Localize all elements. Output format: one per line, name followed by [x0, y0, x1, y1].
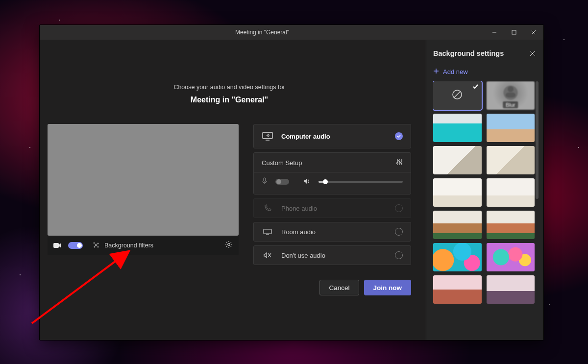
svg-point-17: [399, 160, 400, 162]
radio-icon: [395, 204, 403, 212]
svg-point-16: [397, 163, 398, 164]
svg-point-9: [98, 246, 98, 247]
window-title: Meeting in "General": [40, 29, 485, 36]
room-audio-label: Room audio: [281, 228, 395, 236]
close-button[interactable]: [524, 25, 543, 40]
svg-rect-31: [506, 93, 515, 97]
phone-icon: [262, 204, 273, 212]
prejoin-window: Meeting in "General" Choose your audio a…: [39, 24, 544, 340]
sidebar-close-button[interactable]: [527, 48, 539, 59]
bg-tile[interactable]: [433, 275, 482, 304]
titlebar[interactable]: Meeting in "General": [40, 25, 543, 40]
bg-tile-blur[interactable]: Blur: [487, 81, 535, 110]
custom-setup-label: Custom Setup: [262, 159, 302, 167]
main-panel: Choose your audio and video settings for…: [40, 40, 426, 340]
join-now-button[interactable]: Join now: [364, 280, 412, 295]
minimize-button[interactable]: [485, 25, 504, 40]
volume-slider[interactable]: [318, 181, 403, 183]
check-icon: [472, 83, 479, 92]
heading-subtitle: Choose your audio and video settings for: [48, 84, 411, 91]
cancel-button[interactable]: Cancel: [319, 280, 359, 295]
speaker-icon: [304, 177, 311, 186]
camera-preview: [48, 124, 239, 236]
add-new-label: Add new: [443, 68, 468, 75]
add-new-button[interactable]: Add new: [433, 68, 539, 75]
heading-meeting-name: Meeting in "General": [48, 96, 411, 104]
dont-use-audio-option[interactable]: Don't use audio: [253, 245, 411, 265]
svg-line-29: [454, 92, 460, 97]
sparkle-icon: [93, 242, 99, 250]
bg-tile[interactable]: [433, 146, 482, 174]
bg-tile[interactable]: [433, 211, 482, 239]
svg-rect-20: [264, 229, 271, 234]
svg-rect-19: [264, 178, 266, 181]
bg-tile[interactable]: [487, 243, 535, 271]
svg-point-5: [95, 244, 97, 246]
none-icon: [452, 89, 463, 102]
bg-tile[interactable]: [487, 146, 535, 174]
bg-tile[interactable]: [487, 211, 535, 239]
radio-icon: [395, 228, 403, 236]
room-audio-option[interactable]: Room audio: [253, 222, 411, 242]
sliders-icon[interactable]: [396, 159, 403, 167]
plus-icon: [433, 68, 439, 75]
svg-rect-4: [53, 243, 59, 248]
phone-audio-label: Phone audio: [281, 205, 395, 212]
svg-point-7: [98, 243, 98, 244]
sidebar-title: Background settings: [433, 49, 527, 57]
camera-toggle[interactable]: [68, 242, 83, 249]
svg-point-6: [94, 243, 95, 243]
camera-icon: [53, 243, 61, 248]
microphone-icon: [262, 177, 268, 186]
bg-tile[interactable]: [487, 275, 535, 304]
radio-icon: [395, 251, 403, 259]
bg-tile[interactable]: [433, 114, 482, 142]
room-audio-icon: [262, 228, 273, 235]
bg-tile[interactable]: [487, 178, 535, 207]
bg-tile-none[interactable]: [433, 81, 482, 110]
svg-point-8: [94, 246, 95, 247]
bg-tile[interactable]: [487, 114, 535, 142]
svg-point-10: [228, 243, 230, 246]
background-filters-label: Background filters: [104, 242, 153, 249]
maximize-button[interactable]: [504, 25, 524, 40]
bg-tile[interactable]: [433, 178, 482, 207]
bg-tile[interactable]: [433, 243, 482, 271]
checkmark-icon: [395, 132, 403, 140]
dont-use-audio-label: Don't use audio: [281, 252, 395, 259]
computer-audio-label: Computer audio: [281, 133, 395, 140]
computer-audio-icon: [262, 132, 273, 141]
background-settings-panel: Background settings Add new Blur: [426, 40, 543, 340]
computer-audio-option[interactable]: Computer audio: [253, 124, 411, 148]
custom-setup-block: Custom Setup: [253, 152, 411, 194]
svg-point-30: [508, 86, 514, 92]
blur-label: Blur: [503, 101, 518, 108]
phone-audio-option: Phone audio: [253, 198, 411, 218]
svg-rect-1: [512, 30, 516, 34]
device-settings-button[interactable]: [225, 241, 233, 250]
mic-toggle[interactable]: [275, 179, 289, 185]
scrollbar-thumb[interactable]: [536, 81, 539, 199]
background-filters-button[interactable]: Background filters: [93, 242, 218, 250]
svg-point-18: [401, 162, 402, 164]
no-audio-icon: [262, 252, 273, 259]
